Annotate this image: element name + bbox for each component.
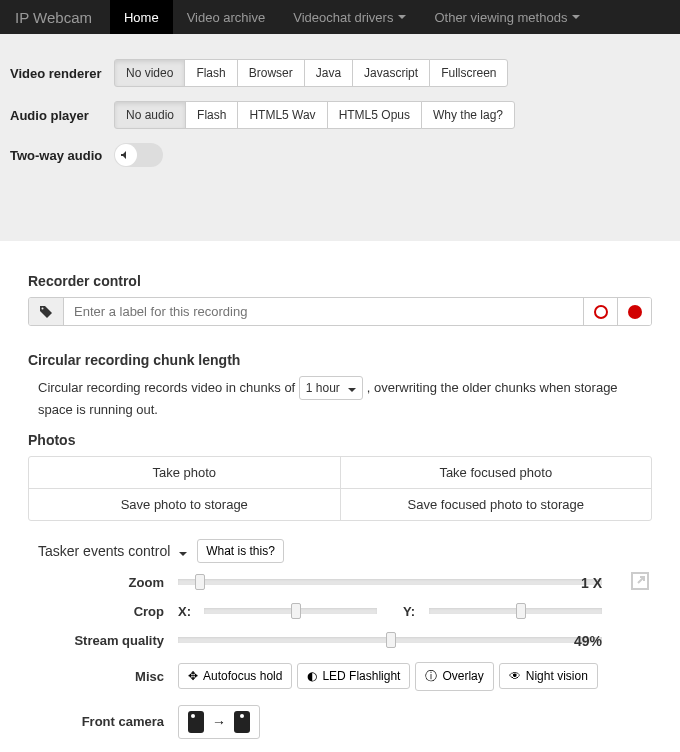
circular-title: Circular recording chunk length: [28, 352, 652, 368]
crop-label: Crop: [28, 604, 178, 619]
led-flashlight-button[interactable]: ◐ LED Flashlight: [297, 663, 410, 689]
slider-handle[interactable]: [386, 632, 396, 648]
circular-text-before: Circular recording records video in chun…: [38, 380, 299, 395]
recorder-control-title: Recorder control: [28, 273, 652, 289]
video-renderer-java[interactable]: Java: [304, 59, 353, 87]
stream-quality-slider[interactable]: [178, 637, 602, 643]
night-vision-label: Night vision: [526, 669, 588, 683]
chevron-down-icon: [572, 15, 580, 19]
front-camera-label: Front camera: [28, 714, 178, 729]
eye-icon: 👁: [509, 669, 521, 683]
take-photo-button[interactable]: Take photo: [29, 457, 340, 488]
crop-y-label: Y:: [403, 604, 421, 619]
overlay-label: Overlay: [442, 669, 483, 683]
slider-handle[interactable]: [291, 603, 301, 619]
record-button[interactable]: [617, 298, 651, 325]
zoom-label: Zoom: [28, 575, 178, 590]
tasker-events-control[interactable]: Tasker events control: [38, 543, 187, 559]
controls-panel: Zoom 1 X Crop X: Y: Stream qu: [28, 575, 652, 739]
misc-label: Misc: [28, 669, 178, 684]
audio-player-whythelag[interactable]: Why the lag?: [421, 101, 515, 129]
video-renderer-label: Video renderer: [10, 66, 114, 81]
megaphone-icon: [115, 144, 137, 166]
chevron-down-icon: [398, 15, 406, 19]
autofocus-hold-label: Autofocus hold: [203, 669, 282, 683]
nav-videochat-drivers[interactable]: Videochat drivers: [279, 0, 420, 34]
tasker-help-button[interactable]: What is this?: [197, 539, 284, 563]
nav-videochat-drivers-label: Videochat drivers: [293, 10, 393, 25]
audio-player-html5opus[interactable]: HTML5 Opus: [327, 101, 422, 129]
photos-grid: Take photo Take focused photo Save photo…: [28, 456, 652, 521]
take-focused-photo-button[interactable]: Take focused photo: [340, 457, 652, 488]
record-toggle-button[interactable]: [583, 298, 617, 325]
nav-video-archive[interactable]: Video archive: [173, 0, 280, 34]
video-renderer-javascript[interactable]: Javascript: [352, 59, 430, 87]
tag-icon: [29, 298, 64, 325]
popout-icon[interactable]: [630, 571, 652, 593]
audio-player-html5wav[interactable]: HTML5 Wav: [237, 101, 327, 129]
circular-description: Circular recording records video in chun…: [38, 376, 652, 420]
contrast-icon: ◐: [307, 669, 317, 683]
audio-player-flash[interactable]: Flash: [185, 101, 238, 129]
night-vision-button[interactable]: 👁 Night vision: [499, 663, 598, 689]
autofocus-hold-button[interactable]: ✥ Autofocus hold: [178, 663, 292, 689]
app-title: IP Webcam: [15, 9, 92, 26]
crop-y-slider[interactable]: [429, 608, 602, 614]
switch-camera-button[interactable]: →: [178, 705, 260, 739]
save-photo-button[interactable]: Save photo to storage: [29, 489, 340, 520]
video-renderer-fullscreen[interactable]: Fullscreen: [429, 59, 508, 87]
slider-handle[interactable]: [195, 574, 205, 590]
chevron-down-icon: [348, 388, 356, 392]
top-settings-panel: Video renderer No video Flash Browser Ja…: [0, 34, 680, 241]
video-renderer-flash[interactable]: Flash: [184, 59, 237, 87]
crop-x-slider[interactable]: [204, 608, 377, 614]
video-renderer-novideo[interactable]: No video: [114, 59, 185, 87]
video-renderer-browser[interactable]: Browser: [237, 59, 305, 87]
circular-chunk-select[interactable]: 1 hour: [299, 376, 363, 400]
crosshair-icon: ✥: [188, 669, 198, 683]
zoom-value: 1 X: [581, 575, 602, 591]
stream-quality-value: 49%: [574, 633, 602, 649]
audio-player-group: No audio Flash HTML5 Wav HTML5 Opus Why …: [114, 101, 515, 129]
overlay-button[interactable]: ⓘ Overlay: [415, 662, 493, 691]
chevron-down-icon: [179, 552, 187, 556]
tasker-label-text: Tasker events control: [38, 543, 170, 559]
crop-x-label: X:: [178, 604, 196, 619]
nav-other-viewing-label: Other viewing methods: [434, 10, 567, 25]
recording-label-input[interactable]: [64, 298, 583, 325]
front-camera-icon: [234, 711, 250, 733]
info-icon: ⓘ: [425, 668, 437, 685]
arrow-right-icon: →: [212, 714, 226, 730]
two-way-audio-label: Two-way audio: [10, 148, 114, 163]
navbar: IP Webcam Home Video archive Videochat d…: [0, 0, 680, 34]
record-fill-icon: [628, 305, 642, 319]
zoom-slider[interactable]: [178, 579, 602, 585]
record-outline-icon: [594, 305, 608, 319]
stream-quality-label: Stream quality: [28, 633, 178, 648]
led-flashlight-label: LED Flashlight: [322, 669, 400, 683]
video-renderer-group: No video Flash Browser Java Javascript F…: [114, 59, 508, 87]
audio-player-noaudio[interactable]: No audio: [114, 101, 186, 129]
photos-title: Photos: [28, 432, 652, 448]
main-panel: Recorder control Circular recording chun…: [0, 241, 680, 752]
circular-chunk-value: 1 hour: [306, 381, 340, 395]
nav-home[interactable]: Home: [110, 0, 173, 34]
nav-other-viewing-methods[interactable]: Other viewing methods: [420, 0, 594, 34]
recorder-input-row: [28, 297, 652, 326]
svg-point-0: [42, 307, 44, 309]
audio-player-label: Audio player: [10, 108, 114, 123]
back-camera-icon: [188, 711, 204, 733]
two-way-audio-toggle[interactable]: [114, 143, 163, 167]
save-focused-photo-button[interactable]: Save focused photo to storage: [340, 489, 652, 520]
slider-handle[interactable]: [516, 603, 526, 619]
